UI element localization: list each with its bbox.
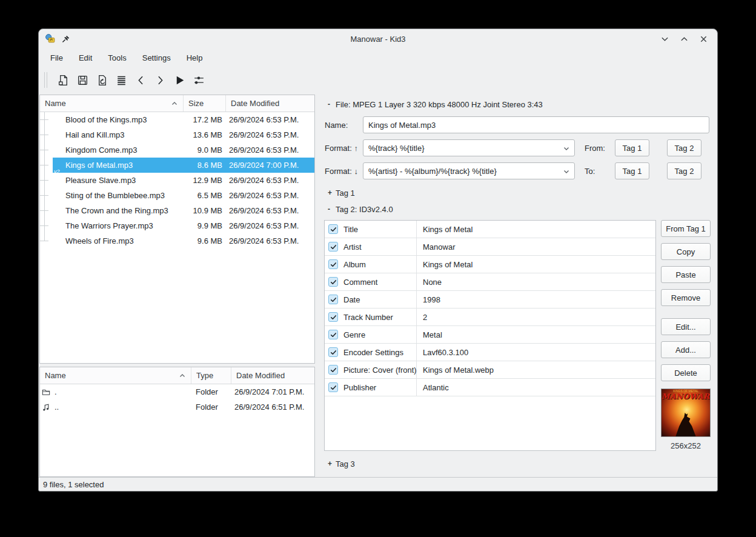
- file-row[interactable]: The Warriors Prayer.mp39.9 MB26/9/2024 6…: [40, 218, 314, 233]
- tag2-frame-table: TitleKings of MetalArtistManowarAlbumKin…: [324, 220, 656, 451]
- status-text: 9 files, 1 selected: [43, 480, 104, 489]
- file-browser-pane: Name Size Date Modified Blood of the Kin…: [39, 93, 315, 477]
- filename-format-icon[interactable]: [189, 70, 208, 90]
- tag-frame-row: Date1998: [325, 291, 655, 309]
- field-checkbox[interactable]: [328, 224, 338, 234]
- tag-field-value[interactable]: Manowar: [417, 238, 655, 255]
- format-from-filename-combobox[interactable]: %{track} %{title}: [363, 139, 575, 156]
- column-header-name[interactable]: Name: [40, 367, 191, 384]
- file-row[interactable]: Blood of the Kings.mp317.2 MB26/9/2024 6…: [40, 112, 314, 127]
- tag-frame-row: Picture: Cover (front)Kings of Metal.web…: [325, 361, 655, 379]
- folder-date: 26/9/2024 7:01 P.M.: [231, 387, 314, 396]
- tag-field-value[interactable]: 2: [417, 309, 655, 325]
- close-button[interactable]: [695, 32, 711, 45]
- paste-button[interactable]: Paste: [661, 266, 711, 283]
- minimize-button[interactable]: [657, 32, 672, 45]
- menu-help[interactable]: Help: [180, 51, 210, 65]
- folder-icon: [40, 388, 55, 396]
- tag-frame-row: Track Number2: [325, 309, 655, 326]
- format-up-label: Format: ↑: [324, 144, 363, 153]
- tag1-section-header[interactable]: + Tag 1: [324, 187, 709, 199]
- filename-input[interactable]: [363, 116, 709, 133]
- tag-field-value[interactable]: Lavf60.3.100: [417, 344, 655, 361]
- file-row[interactable]: The Crown and the Ring.mp310.9 MB26/9/20…: [40, 203, 314, 218]
- toolbar: [39, 67, 717, 93]
- file-date: 26/9/2024 6:53 P.M.: [226, 176, 314, 185]
- tag-field-value[interactable]: Kings of Metal: [417, 256, 655, 273]
- file-list: Name Size Date Modified Blood of the Kin…: [39, 95, 315, 364]
- menu-edit[interactable]: Edit: [72, 51, 99, 65]
- field-checkbox[interactable]: [328, 382, 338, 392]
- tag-field-value[interactable]: 1998: [417, 291, 655, 308]
- open-file-icon[interactable]: [53, 70, 73, 90]
- remove-button[interactable]: Remove: [661, 289, 711, 306]
- tag2-section-header[interactable]: - Tag 2: ID3v2.4.0: [324, 203, 709, 215]
- collapse-expander-icon[interactable]: -: [324, 205, 336, 213]
- from-tag-1-button[interactable]: From Tag 1: [661, 220, 711, 237]
- file-row[interactable]: Sting of the Bumblebee.mp36.5 MB26/9/202…: [40, 188, 314, 203]
- column-header-name[interactable]: Name: [40, 95, 184, 112]
- to-tag-2-apply-button[interactable]: Tag 2: [667, 162, 701, 179]
- field-checkbox[interactable]: [328, 365, 338, 375]
- file-row[interactable]: Wheels of Fire.mp39.6 MB26/9/2024 6:53 P…: [40, 233, 314, 248]
- copy-button[interactable]: Copy: [661, 243, 711, 260]
- format-to-filename-combobox[interactable]: %{artist} - %{album}/%{track} %{title}: [363, 162, 575, 179]
- file-name: The Warriors Prayer.mp3: [65, 221, 184, 230]
- tag-field-value[interactable]: Kings of Metal.webp: [417, 361, 655, 378]
- field-checkbox[interactable]: [328, 259, 338, 269]
- next-file-icon[interactable]: [150, 70, 170, 90]
- playlist-icon[interactable]: [111, 70, 131, 90]
- to-tag-1-apply-button[interactable]: Tag 1: [615, 162, 649, 179]
- file-section-header[interactable]: - File: MPEG 1 Layer 3 320 kbps 48000 Hz…: [324, 98, 709, 110]
- field-checkbox[interactable]: [328, 330, 338, 339]
- kid3-window: Manowar - Kid3 FileEditToolsSettingsHelp: [38, 28, 718, 492]
- tag-field-value[interactable]: Atlantic: [417, 379, 655, 396]
- menu-file[interactable]: File: [44, 51, 70, 65]
- field-checkbox[interactable]: [328, 347, 338, 357]
- file-row[interactable]: v2Kings of Metal.mp38.6 MB26/9/2024 7:00…: [40, 158, 314, 173]
- menu-tools[interactable]: Tools: [101, 51, 133, 65]
- file-row[interactable]: Hail and Kill.mp313.6 MB26/9/2024 6:53 P…: [40, 127, 314, 142]
- from-label: From:: [585, 144, 611, 153]
- tag3-section-header[interactable]: + Tag 3: [324, 457, 709, 470]
- titlebar[interactable]: Manowar - Kid3: [39, 29, 717, 48]
- column-header-type[interactable]: Type: [191, 367, 231, 384]
- tree-branch: [40, 173, 53, 188]
- folder-type: Folder: [191, 387, 231, 396]
- add-button[interactable]: Add...: [661, 341, 711, 358]
- file-rows: Blood of the Kings.mp317.2 MB26/9/2024 6…: [40, 112, 314, 363]
- field-checkbox[interactable]: [328, 242, 338, 252]
- file-row[interactable]: Kingdom Come.mp39.0 MB26/9/2024 6:53 P.M…: [40, 142, 314, 158]
- from-tag-2-apply-button[interactable]: Tag 2: [667, 139, 701, 156]
- maximize-button[interactable]: [676, 32, 692, 45]
- tag-field-value[interactable]: None: [417, 273, 655, 290]
- folder-row[interactable]: ..Folder26/9/2024 6:51 P.M.: [40, 399, 314, 415]
- folder-row[interactable]: .Folder26/9/2024 7:01 P.M.: [40, 384, 314, 399]
- field-checkbox[interactable]: [328, 295, 338, 304]
- file-size: 9.9 MB: [184, 221, 226, 230]
- expand-expander-icon[interactable]: +: [324, 188, 336, 197]
- tag-field-value[interactable]: Metal: [417, 326, 655, 343]
- tag-field-value[interactable]: Kings of Metal: [417, 221, 655, 238]
- column-header-size[interactable]: Size: [184, 95, 226, 112]
- file-row[interactable]: Pleasure Slave.mp312.9 MB26/9/2024 6:53 …: [40, 173, 314, 188]
- field-checkbox[interactable]: [328, 312, 338, 322]
- field-checkbox[interactable]: [328, 277, 338, 287]
- expand-expander-icon[interactable]: +: [324, 459, 336, 468]
- save-icon[interactable]: [73, 70, 92, 90]
- collapse-expander-icon[interactable]: -: [324, 100, 336, 108]
- from-tag-1-apply-button[interactable]: Tag 1: [615, 139, 649, 156]
- column-header-date-modified[interactable]: Date Modified: [226, 95, 314, 112]
- toolbar-drag-handle[interactable]: [44, 72, 47, 88]
- menu-settings[interactable]: Settings: [136, 51, 177, 65]
- pin-icon[interactable]: [61, 35, 70, 44]
- revert-icon[interactable]: [92, 70, 111, 90]
- file-date: 26/9/2024 6:53 P.M.: [226, 130, 314, 139]
- previous-file-icon[interactable]: [131, 70, 150, 90]
- column-header-date-modified[interactable]: Date Modified: [231, 367, 314, 384]
- delete-button[interactable]: Delete: [661, 364, 711, 381]
- album-cover-image[interactable]: KINGS OF METAL MANOWAR: [661, 389, 711, 437]
- edit-button[interactable]: Edit...: [661, 318, 711, 335]
- play-icon[interactable]: [170, 70, 189, 90]
- tree-branch: [40, 112, 53, 127]
